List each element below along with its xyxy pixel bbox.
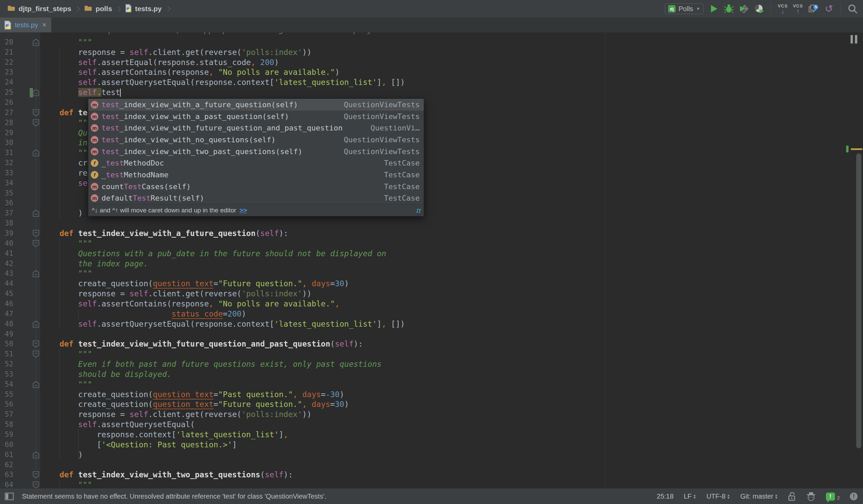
breadcrumb-label: tests.py <box>135 5 162 13</box>
completion-item[interactable]: f_testMethodNameTestCase <box>88 169 424 181</box>
warning-stripe[interactable] <box>851 148 862 150</box>
code-line-57: response = self.client.get(reverse('poll… <box>41 410 312 420</box>
code-line-53: should be displayed. <box>41 369 172 380</box>
code-line-21: response = self.client.get(reverse('poll… <box>41 48 312 58</box>
editor-indicator-bars-icon <box>851 35 857 43</box>
text-caret <box>120 89 121 97</box>
code-line-50: def test_index_view_with_future_question… <box>41 339 363 349</box>
search-everywhere-button[interactable] <box>848 2 858 15</box>
code-line-46: self.assertContains(response, "No polls … <box>41 299 339 309</box>
scrollbar-thumb[interactable] <box>856 153 861 449</box>
chevron-right-icon <box>75 6 80 11</box>
breadcrumb-label: djtp_first_steps <box>18 5 71 13</box>
completion-item[interactable]: f_testMethodDocTestCase <box>88 157 424 169</box>
completion-item-type: TestCase <box>384 171 420 179</box>
encoding-widget[interactable]: UTF-8 ▲▼ <box>706 493 730 500</box>
completion-item[interactable]: mtest_index_view_with_future_question_an… <box>88 122 424 134</box>
arrow-down-icon: ↓ <box>781 8 785 14</box>
line-number: 50 <box>5 339 28 349</box>
breadcrumb-item-djtp_first_steps[interactable]: djtp_first_steps <box>6 4 73 13</box>
code-line-48: self.assertQuerysetEqual(response.contex… <box>41 319 405 329</box>
line-ending-widget[interactable]: LF ▲▼ <box>684 493 696 500</box>
completion-item-name: test_index_view_with_no_questions(self) <box>101 136 276 144</box>
navigation-bar: djtp_first_stepspollstests.py dj Polls ▼ <box>0 0 863 18</box>
profiler-button[interactable] <box>754 2 764 15</box>
line-number: 43 <box>5 269 28 279</box>
breadcrumb-item-tests-py[interactable]: tests.py <box>124 3 163 14</box>
line-number: 42 <box>5 259 28 269</box>
updown-arrows-icon: ▲▼ <box>775 494 778 499</box>
completion-item[interactable]: mcountTestCases(self)TestCase <box>88 181 424 192</box>
code-line-42: the index page. <box>41 259 148 269</box>
run-configuration-selector[interactable]: dj Polls ▼ <box>665 3 703 14</box>
breadcrumb: djtp_first_stepspollstests.py <box>0 3 172 14</box>
line-number: 33 <box>5 168 28 178</box>
run-button[interactable] <box>709 2 719 15</box>
line-number: 24 <box>5 77 28 88</box>
line-number: 63 <box>5 470 28 480</box>
vcs-commit-button[interactable]: VCS ↑ <box>793 2 803 15</box>
completion-item[interactable]: mtest_index_view_with_a_past_question(se… <box>88 111 424 122</box>
editor-gutter: 2021222324252627282930313233343536373839… <box>0 33 40 488</box>
line-ending-value: LF <box>684 493 691 500</box>
code-editor[interactable]: 2021222324252627282930313233343536373839… <box>0 33 863 488</box>
line-number: 47 <box>5 309 28 319</box>
code-line-54: """ <box>41 380 92 390</box>
main-toolbar: dj Polls ▼ <box>665 2 863 15</box>
indent-guide <box>59 118 60 218</box>
tool-window-toggle-icon[interactable] <box>5 493 14 500</box>
completion-item-name: _testMethodDoc <box>101 159 164 167</box>
code-line-40: """ <box>41 239 92 249</box>
debug-button[interactable] <box>724 2 734 15</box>
event-alert-icon[interactable]: ! <box>850 493 858 500</box>
close-icon[interactable]: × <box>42 22 47 28</box>
completion-item-type: QuestionViewTests <box>344 100 420 109</box>
tab-tests-py[interactable]: tests.py × <box>0 17 51 33</box>
field-icon: f <box>91 171 98 179</box>
line-number: 61 <box>5 450 28 460</box>
notifications-widget[interactable]: ! 2 <box>826 493 840 501</box>
method-icon: m <box>91 124 98 132</box>
method-icon: m <box>91 101 98 109</box>
code-line-56: create_question(question_text="Future qu… <box>41 400 349 410</box>
code-line-52: Even if both past and future questions e… <box>41 360 382 369</box>
code-line-44: create_question(question_text="Future qu… <box>41 279 349 289</box>
completion-hint-bar: ^↓ and ^↑ will move caret down and up in… <box>88 204 424 216</box>
line-number: 51 <box>5 349 28 360</box>
completion-item-name: defaultTestResult(self) <box>101 194 204 202</box>
rollback-button[interactable]: ↺ <box>824 2 834 15</box>
line-number: 60 <box>5 440 28 450</box>
line-number: 46 <box>5 299 28 309</box>
git-branch-value: Git: master <box>740 493 773 500</box>
line-number: 22 <box>5 58 28 68</box>
completion-item[interactable]: mdefaultTestResult(self)TestCase <box>88 192 424 204</box>
code-line-45: response = self.client.get(reverse('poll… <box>41 289 312 299</box>
indent-guide <box>59 239 60 329</box>
completion-item[interactable]: mtest_index_view_with_a_future_question(… <box>88 99 424 111</box>
python-file-icon <box>125 4 132 14</box>
caret-position-widget[interactable]: 25:18 <box>657 493 674 500</box>
breadcrumb-item-polls[interactable]: polls <box>83 4 113 13</box>
recent-changes-button[interactable] <box>808 2 819 15</box>
completion-hint-link[interactable]: >> <box>240 207 247 214</box>
method-icon: m <box>91 194 98 202</box>
vcs-change-stripe[interactable] <box>846 146 849 152</box>
completion-item[interactable]: mtest_index_view_with_two_past_questions… <box>88 146 424 158</box>
vcs-update-button[interactable]: VCS ↓ <box>778 2 788 15</box>
line-number: 30 <box>5 138 28 148</box>
git-branch-widget[interactable]: Git: master ▲▼ <box>740 493 778 500</box>
toolbar-separator <box>771 3 771 14</box>
run-with-coverage-button[interactable] <box>739 2 749 15</box>
pi-symbol: π <box>416 206 421 214</box>
line-number: 55 <box>5 390 28 400</box>
line-number: 39 <box>5 229 28 239</box>
inspections-hector-icon[interactable] <box>806 492 816 501</box>
completion-item-name: _testMethodName <box>101 171 168 179</box>
code-line-61: ) <box>41 450 83 460</box>
completion-item-type: QuestionViewTests <box>344 147 420 156</box>
play-icon <box>709 4 719 14</box>
completion-item[interactable]: mtest_index_view_with_no_questions(self)… <box>88 134 424 146</box>
line-number: 36 <box>5 198 28 208</box>
unlock-icon[interactable] <box>788 492 796 501</box>
line-number: 28 <box>5 118 28 128</box>
